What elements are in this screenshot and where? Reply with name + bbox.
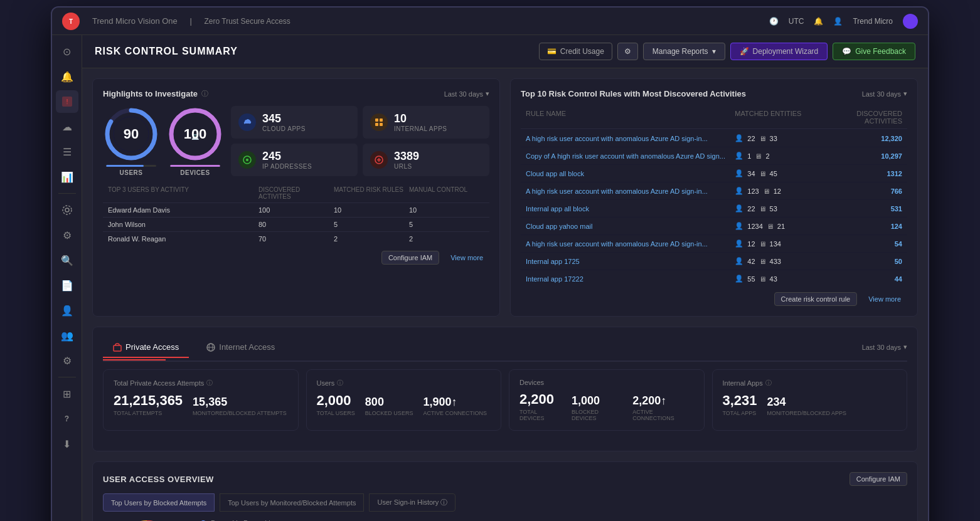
- sidebar-item-home[interactable]: ⊙: [56, 40, 78, 63]
- matched-entities: 👤 55 🖥 43: [735, 275, 818, 283]
- rule-link[interactable]: Internal app 17222: [526, 275, 735, 283]
- tab-signin-history[interactable]: User Sign-in History ⓘ: [369, 493, 455, 512]
- table-row: John Wilson 80 5 5: [103, 217, 489, 231]
- view-more-rules-button[interactable]: View more: [862, 292, 907, 306]
- sidebar-item-user[interactable]: 👤: [56, 299, 78, 322]
- create-rule-button[interactable]: Create risk control rule: [774, 292, 858, 306]
- rules-table-row: A high risk user account with anomalous …: [521, 182, 907, 199]
- sidebar-item-network[interactable]: [56, 199, 78, 221]
- total-attempts-numbers: 21,215,365 TOTAL ATTEMPTS 15,365 MONITOR…: [114, 392, 288, 416]
- sidebar-item-risk[interactable]: !: [56, 90, 78, 113]
- sidebar-item-gear2[interactable]: ⚙: [56, 349, 78, 372]
- total-apps-value: 3,231: [723, 392, 757, 409]
- configure-iam-button[interactable]: Configure IAM: [381, 251, 439, 265]
- matched-entities: 👤 1 🖥 2: [735, 152, 818, 160]
- total-attempts-title: Total Private Access Attempts ⓘ: [114, 379, 288, 387]
- deployment-wizard-button[interactable]: 🚀 Deployment Wizard: [730, 43, 828, 60]
- ip-addresses-label: IP ADDRESSES: [262, 163, 312, 170]
- overview-tabs: Top Users by Blocked Attempts Top Users …: [103, 493, 907, 512]
- rule-link[interactable]: A high risk user account with anomalous …: [526, 187, 735, 195]
- blocked-devices-value: 1,000: [572, 394, 622, 408]
- highlights-header: Highlights to Investigate ⓘ Last 30 days…: [103, 89, 489, 98]
- devices-entity-icon: 🖥: [759, 170, 766, 177]
- configure-iam-overview-button[interactable]: Configure IAM: [850, 472, 907, 486]
- tab-top-monitored[interactable]: Top Users by Monitored/Blocked Attempts: [220, 493, 364, 512]
- blocked-users-label: BLOCKED USERS: [365, 410, 413, 416]
- highlights-timerange[interactable]: Last 30 days ▾: [444, 90, 489, 98]
- top-bar-right: 🕐 UTC 🔔 👤 Trend Micro: [769, 14, 918, 29]
- active-connections-users-label: ACTIVE CONNECTIONS: [423, 410, 487, 416]
- content-header: RISK CONTROL SUMMARY 💳 Credit Usage ⚙ Ma…: [82, 35, 928, 68]
- rule-link[interactable]: Cloud app yahoo mail: [526, 223, 735, 230]
- rule-link[interactable]: Internal app all block: [526, 205, 735, 213]
- app-logo: T: [62, 13, 80, 30]
- devices-entity-icon: 🖥: [759, 135, 766, 142]
- ip-addresses-stat: 245 IP ADDRESSES: [231, 144, 358, 176]
- give-feedback-button[interactable]: 💬 Give Feedback: [833, 43, 915, 60]
- users-entity-icon: 👤: [735, 275, 743, 283]
- sidebar-item-cloud[interactable]: ☁: [56, 115, 78, 138]
- table-row: Edward Adam Davis 100 10 10: [103, 203, 489, 217]
- sidebar-item-group[interactable]: 👥: [56, 324, 78, 347]
- matched-entities: 👤 123 🖥 12: [735, 187, 818, 195]
- top-bar: T Trend Micro Vision One | Zero Trust Se…: [52, 8, 928, 35]
- feedback-icon: 💬: [842, 47, 851, 56]
- chevron-down-icon: ▾: [712, 47, 716, 56]
- rule-link[interactable]: Copy of A high risk user account with an…: [526, 152, 735, 160]
- users-table-header: Top 3 users by activity Discovered activ…: [103, 184, 489, 203]
- access-timerange[interactable]: Last 30 days ▾: [862, 343, 907, 351]
- total-devices-value: 2,200: [519, 391, 562, 408]
- users-gauge-value: 90: [124, 126, 139, 142]
- monitored-attempts-label: MONITORED/BLOCKED ATTEMPTS: [193, 410, 287, 416]
- rules-table-row: A high risk user account with anomalous …: [521, 234, 907, 252]
- total-devices-label: TOTAL DEVICES: [519, 409, 562, 421]
- users-gauge-container: 90 USERS: [103, 106, 159, 176]
- rules-table-row: Internal app 17222 👤 55 🖥 43 44: [521, 270, 907, 287]
- active-connections-devices-label: ACTIVE CONNECTIONS: [632, 409, 693, 421]
- rule-link[interactable]: A high risk user account with anomalous …: [526, 135, 735, 142]
- rule-link[interactable]: A high risk user account with anomalous …: [526, 240, 735, 248]
- ip-icon: [238, 151, 256, 169]
- svg-rect-21: [114, 345, 121, 351]
- credit-usage-button[interactable]: 💳 Credit Usage: [539, 43, 612, 60]
- users-gauge-bar: [106, 165, 156, 167]
- users-entity-icon: 👤: [735, 134, 743, 142]
- risk-rules-timerange[interactable]: Last 30 days ▾: [862, 90, 907, 98]
- overview-title: USER ACCESS OVERVIEW: [103, 475, 214, 484]
- settings-button[interactable]: ⚙: [617, 43, 638, 60]
- sidebar-item-settings[interactable]: ⚙: [56, 224, 78, 246]
- sidebar-item-alert[interactable]: 🔔: [56, 65, 78, 88]
- urls-icon: [370, 151, 388, 169]
- dashboard: Highlights to Investigate ⓘ Last 30 days…: [82, 68, 928, 521]
- tab-internet-access[interactable]: Internet Access: [196, 337, 285, 358]
- credit-icon: 💳: [547, 47, 557, 56]
- sidebar: ⊙ 🔔 ! ☁ ☰ 📊 ⚙ 🔍 📄 👤 👥 ⚙ ⊞ ? ⬇: [52, 35, 82, 521]
- rule-link[interactable]: Cloud app all block: [526, 170, 735, 177]
- sidebar-item-search[interactable]: 🔍: [56, 249, 78, 271]
- view-more-button[interactable]: View more: [444, 251, 489, 265]
- devices-access-card: Devices 2,200 TOTAL DEVICES 1,000 BLOCKE…: [509, 369, 705, 431]
- stats-grid: 345 CLOUD APPS 10: [231, 106, 489, 176]
- users-entity-icon: 👤: [735, 204, 743, 213]
- total-apps-label: TOTAL APPS: [723, 410, 757, 416]
- sidebar-item-download[interactable]: ⬇: [56, 433, 78, 455]
- sidebar-item-chart[interactable]: 📊: [56, 166, 78, 188]
- sidebar-item-help[interactable]: ?: [56, 408, 78, 430]
- rule-link[interactable]: Internal app 1725: [526, 258, 735, 265]
- monitored-apps-label: MONITORED/BLOCKED APPS: [767, 410, 846, 416]
- clock-icon: 🕐: [769, 17, 779, 26]
- highlights-title: Highlights to Investigate: [103, 89, 198, 98]
- devices-entity-icon: 🖥: [759, 275, 766, 283]
- total-attempts-label: TOTAL ATTEMPTS: [114, 410, 183, 416]
- sidebar-item-doc[interactable]: 📄: [56, 274, 78, 297]
- tab-private-access[interactable]: Private Access: [103, 337, 189, 358]
- sidebar-item-list[interactable]: ☰: [56, 140, 78, 163]
- notification-icon[interactable]: 🔔: [814, 17, 823, 26]
- tab-top-blocked[interactable]: Top Users by Blocked Attempts: [103, 493, 215, 512]
- sidebar-item-apps[interactable]: ⊞: [56, 382, 78, 405]
- blocked-devices-label: BLOCKED DEVICES: [572, 409, 622, 421]
- matched-entities: 👤 22 🖥 53: [735, 204, 818, 213]
- manage-reports-button[interactable]: Manage Reports ▾: [643, 43, 725, 60]
- timezone-label: UTC: [789, 17, 804, 26]
- devices-access-title: Devices: [519, 379, 694, 386]
